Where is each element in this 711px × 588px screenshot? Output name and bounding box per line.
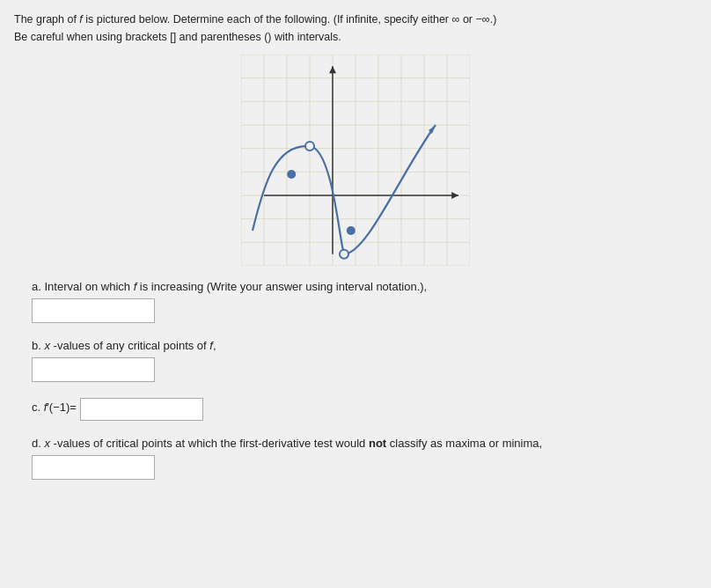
question-a-label: a. Interval on which f is increasing (Wr… <box>32 280 697 293</box>
answer-c-input[interactable] <box>80 398 203 421</box>
instruction-line1: The graph of f is pictured below. Determ… <box>14 11 697 28</box>
instructions: The graph of f is pictured below. Determ… <box>14 11 697 46</box>
question-d-label: d. x -values of critical points at which… <box>32 437 697 450</box>
answer-a-input[interactable] <box>32 298 155 323</box>
question-a: a. Interval on which f is increasing (Wr… <box>32 280 697 323</box>
answer-d-input[interactable] <box>32 455 155 480</box>
question-c-label: c. f′(−1)= <box>32 401 77 414</box>
question-b: b. x -values of any critical points of f… <box>32 339 697 382</box>
graph-container <box>14 55 697 266</box>
instruction-line2: Be careful when using brackets [] and pa… <box>14 28 697 46</box>
answer-b-input[interactable] <box>32 357 155 382</box>
question-b-label: b. x -values of any critical points of f… <box>32 339 697 352</box>
function-graph <box>241 55 470 266</box>
question-d: d. x -values of critical points at which… <box>32 437 697 480</box>
question-c: c. f′(−1)= <box>32 398 697 421</box>
questions-section: a. Interval on which f is increasing (Wr… <box>14 280 697 480</box>
question-c-inline: c. f′(−1)= <box>32 398 697 421</box>
page: The graph of f is pictured below. Determ… <box>0 0 711 588</box>
